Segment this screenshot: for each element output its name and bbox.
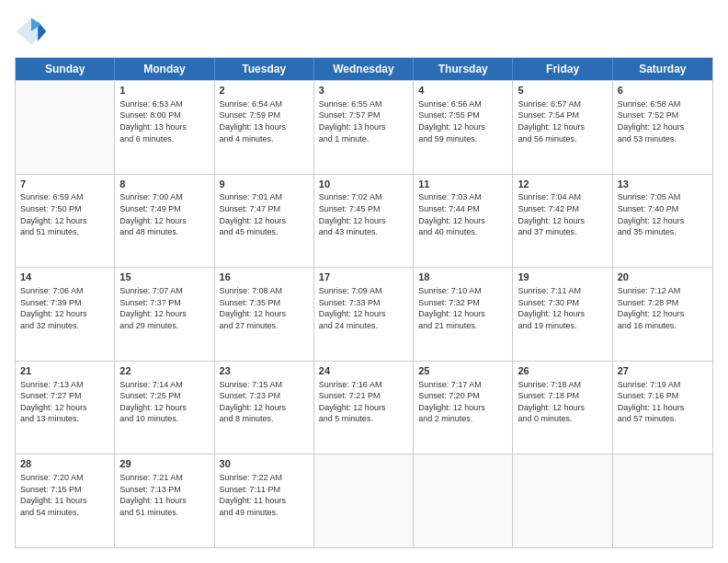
calendar-cell: 25Sunrise: 7:17 AM Sunset: 7:20 PM Dayli… [414, 362, 513, 454]
day-info: Sunrise: 7:16 AM Sunset: 7:21 PM Dayligh… [319, 379, 408, 425]
day-info: Sunrise: 7:13 AM Sunset: 7:27 PM Dayligh… [20, 379, 109, 425]
calendar-cell: 21Sunrise: 7:13 AM Sunset: 7:27 PM Dayli… [16, 362, 115, 454]
day-number: 30 [220, 457, 309, 471]
day-number: 26 [518, 364, 607, 378]
day-info: Sunrise: 6:57 AM Sunset: 7:54 PM Dayligh… [518, 98, 607, 144]
calendar-cell: 17Sunrise: 7:09 AM Sunset: 7:33 PM Dayli… [314, 268, 414, 361]
calendar: SundayMondayTuesdayWednesdayThursdayFrid… [15, 57, 713, 548]
day-number: 27 [618, 364, 708, 378]
day-number: 18 [418, 270, 507, 284]
calendar-cell [513, 454, 612, 547]
day-number: 16 [220, 270, 309, 284]
day-info: Sunrise: 7:06 AM Sunset: 7:39 PM Dayligh… [20, 285, 109, 331]
day-number: 13 [618, 178, 708, 191]
day-number: 5 [518, 84, 607, 98]
calendar-cell: 30Sunrise: 7:22 AM Sunset: 7:11 PM Dayli… [215, 454, 314, 547]
calendar-cell: 15Sunrise: 7:07 AM Sunset: 7:37 PM Dayli… [115, 268, 214, 361]
calendar-cell: 16Sunrise: 7:08 AM Sunset: 7:35 PM Dayli… [215, 268, 314, 361]
calendar-cell: 2Sunrise: 6:54 AM Sunset: 7:59 PM Daylig… [215, 81, 314, 174]
calendar-cell: 18Sunrise: 7:10 AM Sunset: 7:32 PM Dayli… [414, 268, 513, 361]
calendar-cell: 14Sunrise: 7:06 AM Sunset: 7:39 PM Dayli… [16, 268, 115, 361]
header [15, 15, 713, 48]
calendar-cell [314, 454, 414, 547]
day-info: Sunrise: 7:04 AM Sunset: 7:42 PM Dayligh… [518, 191, 607, 237]
header-day-tuesday: Tuesday [215, 58, 314, 80]
day-info: Sunrise: 6:53 AM Sunset: 8:00 PM Dayligh… [119, 98, 209, 144]
day-info: Sunrise: 7:05 AM Sunset: 7:40 PM Dayligh… [618, 191, 708, 237]
day-number: 23 [220, 364, 309, 378]
day-number: 8 [119, 178, 209, 191]
day-info: Sunrise: 7:12 AM Sunset: 7:28 PM Dayligh… [618, 285, 708, 331]
calendar-week-0: 1Sunrise: 6:53 AM Sunset: 8:00 PM Daylig… [16, 80, 712, 174]
day-number: 28 [20, 457, 109, 471]
day-info: Sunrise: 7:08 AM Sunset: 7:35 PM Dayligh… [220, 285, 309, 331]
day-number: 1 [119, 84, 209, 98]
header-day-saturday: Saturday [613, 58, 712, 80]
calendar-week-4: 28Sunrise: 7:20 AM Sunset: 7:15 PM Dayli… [16, 454, 712, 547]
calendar-cell: 5Sunrise: 6:57 AM Sunset: 7:54 PM Daylig… [513, 81, 612, 174]
calendar-cell: 10Sunrise: 7:02 AM Sunset: 7:45 PM Dayli… [314, 175, 414, 268]
day-number: 10 [319, 178, 408, 191]
day-info: Sunrise: 7:21 AM Sunset: 7:13 PM Dayligh… [119, 472, 209, 518]
day-info: Sunrise: 6:54 AM Sunset: 7:59 PM Dayligh… [220, 98, 309, 144]
header-day-monday: Monday [115, 58, 214, 80]
calendar-cell: 8Sunrise: 7:00 AM Sunset: 7:49 PM Daylig… [115, 175, 214, 268]
calendar-cell: 1Sunrise: 6:53 AM Sunset: 8:00 PM Daylig… [115, 81, 214, 174]
day-number: 15 [119, 270, 209, 284]
calendar-cell: 27Sunrise: 7:19 AM Sunset: 7:16 PM Dayli… [613, 362, 712, 454]
day-number: 12 [518, 178, 607, 191]
calendar-cell: 12Sunrise: 7:04 AM Sunset: 7:42 PM Dayli… [513, 175, 612, 268]
day-number: 3 [319, 84, 408, 98]
day-number: 14 [20, 270, 109, 284]
day-number: 4 [418, 84, 507, 98]
calendar-cell: 13Sunrise: 7:05 AM Sunset: 7:40 PM Dayli… [613, 175, 712, 268]
day-number: 11 [418, 178, 507, 191]
day-info: Sunrise: 7:11 AM Sunset: 7:30 PM Dayligh… [518, 285, 607, 331]
header-day-friday: Friday [513, 58, 612, 80]
calendar-cell: 6Sunrise: 6:58 AM Sunset: 7:52 PM Daylig… [613, 81, 712, 174]
logo [15, 15, 51, 48]
day-number: 2 [220, 84, 309, 98]
calendar-week-2: 14Sunrise: 7:06 AM Sunset: 7:39 PM Dayli… [16, 267, 712, 361]
calendar-cell [414, 454, 513, 547]
calendar-cell: 4Sunrise: 6:56 AM Sunset: 7:55 PM Daylig… [414, 81, 513, 174]
day-info: Sunrise: 7:01 AM Sunset: 7:47 PM Dayligh… [220, 191, 309, 237]
calendar-body: 1Sunrise: 6:53 AM Sunset: 8:00 PM Daylig… [16, 80, 712, 547]
day-info: Sunrise: 7:02 AM Sunset: 7:45 PM Dayligh… [319, 191, 408, 237]
header-day-wednesday: Wednesday [314, 58, 414, 80]
calendar-header: SundayMondayTuesdayWednesdayThursdayFrid… [16, 58, 712, 80]
day-info: Sunrise: 7:22 AM Sunset: 7:11 PM Dayligh… [220, 472, 309, 518]
day-number: 21 [20, 364, 109, 378]
day-number: 7 [20, 178, 109, 191]
calendar-cell: 7Sunrise: 6:59 AM Sunset: 7:50 PM Daylig… [16, 175, 115, 268]
day-info: Sunrise: 7:00 AM Sunset: 7:49 PM Dayligh… [119, 191, 209, 237]
day-number: 29 [119, 457, 209, 471]
logo-icon [15, 15, 48, 48]
day-info: Sunrise: 6:58 AM Sunset: 7:52 PM Dayligh… [618, 98, 708, 144]
calendar-cell [16, 81, 115, 174]
day-number: 24 [319, 364, 408, 378]
calendar-cell: 29Sunrise: 7:21 AM Sunset: 7:13 PM Dayli… [115, 454, 214, 547]
calendar-cell: 24Sunrise: 7:16 AM Sunset: 7:21 PM Dayli… [314, 362, 414, 454]
day-info: Sunrise: 7:14 AM Sunset: 7:25 PM Dayligh… [119, 379, 209, 425]
day-number: 19 [518, 270, 607, 284]
day-info: Sunrise: 7:03 AM Sunset: 7:44 PM Dayligh… [418, 191, 507, 237]
day-info: Sunrise: 7:09 AM Sunset: 7:33 PM Dayligh… [319, 285, 408, 331]
page: SundayMondayTuesdayWednesdayThursdayFrid… [0, 0, 728, 563]
day-info: Sunrise: 7:15 AM Sunset: 7:23 PM Dayligh… [220, 379, 309, 425]
calendar-cell: 9Sunrise: 7:01 AM Sunset: 7:47 PM Daylig… [215, 175, 314, 268]
calendar-week-3: 21Sunrise: 7:13 AM Sunset: 7:27 PM Dayli… [16, 361, 712, 454]
header-day-thursday: Thursday [414, 58, 513, 80]
day-number: 22 [119, 364, 209, 378]
calendar-week-1: 7Sunrise: 6:59 AM Sunset: 7:50 PM Daylig… [16, 174, 712, 268]
day-info: Sunrise: 7:07 AM Sunset: 7:37 PM Dayligh… [119, 285, 209, 331]
calendar-cell: 22Sunrise: 7:14 AM Sunset: 7:25 PM Dayli… [115, 362, 214, 454]
day-number: 6 [618, 84, 708, 98]
calendar-cell: 28Sunrise: 7:20 AM Sunset: 7:15 PM Dayli… [16, 454, 115, 547]
day-info: Sunrise: 7:10 AM Sunset: 7:32 PM Dayligh… [418, 285, 507, 331]
day-number: 25 [418, 364, 507, 378]
calendar-cell [613, 454, 712, 547]
calendar-cell: 26Sunrise: 7:18 AM Sunset: 7:18 PM Dayli… [513, 362, 612, 454]
calendar-cell: 19Sunrise: 7:11 AM Sunset: 7:30 PM Dayli… [513, 268, 612, 361]
day-info: Sunrise: 7:18 AM Sunset: 7:18 PM Dayligh… [518, 379, 607, 425]
